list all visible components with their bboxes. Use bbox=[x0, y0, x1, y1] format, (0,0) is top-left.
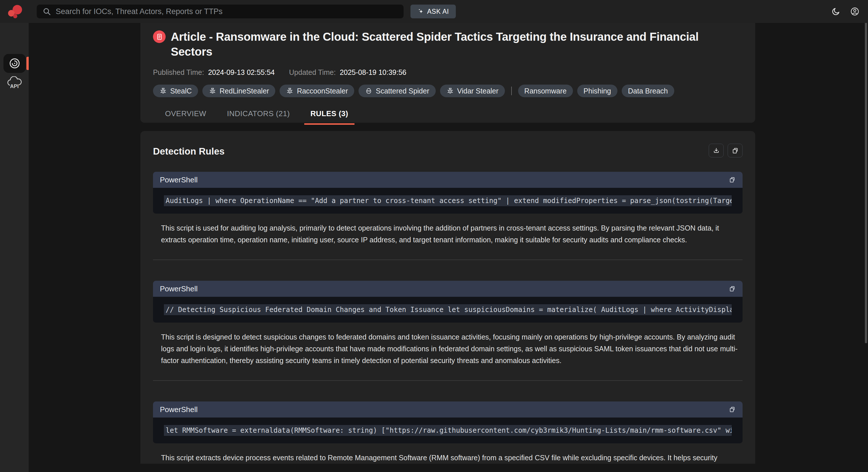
rule-language-label: PowerShell bbox=[160, 175, 198, 184]
rule-header: PowerShell bbox=[153, 172, 743, 188]
rule-description: This script extracts device process even… bbox=[161, 452, 741, 464]
sidebar-item-threat-intel[interactable] bbox=[3, 54, 26, 73]
tag-malware[interactable]: RaccoonStealer bbox=[280, 85, 354, 97]
copy-icon bbox=[729, 285, 736, 292]
rule-code-block[interactable]: // Detecting Suspicious Federated Domain… bbox=[153, 297, 743, 323]
download-icon bbox=[713, 147, 720, 154]
account-button[interactable] bbox=[849, 6, 860, 16]
tag-malware[interactable]: RedLineStealer bbox=[203, 85, 275, 97]
tag-label: Vidar Stealer bbox=[457, 87, 499, 95]
page-title: Article - Ransomware in the Cloud: Scatt… bbox=[171, 29, 743, 59]
sidebar-item-api[interactable]: API bbox=[6, 76, 23, 91]
rule-code-text: // Detecting Suspicious Federated Domain… bbox=[164, 304, 732, 315]
tag-label: Ransomware bbox=[524, 87, 567, 95]
copy-icon bbox=[732, 147, 739, 154]
tag-label: RedLineStealer bbox=[220, 87, 269, 95]
rule-card: PowerShell // Detecting Suspicious Feder… bbox=[153, 281, 743, 323]
tag-category[interactable]: Data Breach bbox=[622, 85, 674, 97]
rule-code-block[interactable]: AuditLogs | where OperationName == "Add … bbox=[153, 188, 743, 214]
ask-ai-label: ASK AI bbox=[427, 8, 449, 15]
rule-code-block[interactable]: let RMMSoftware = externaldata(RMMSoftwa… bbox=[153, 417, 743, 443]
copy-icon bbox=[729, 406, 736, 413]
user-avatar-icon bbox=[850, 7, 859, 16]
bug-icon bbox=[209, 87, 216, 95]
rule-description: This script is designed to detect suspic… bbox=[161, 331, 741, 367]
app-logo-icon[interactable] bbox=[7, 3, 24, 20]
search-icon bbox=[42, 7, 51, 16]
published-time-value: 2024-09-13 02:55:54 bbox=[208, 68, 275, 76]
bug-icon bbox=[159, 87, 167, 95]
copy-rule-button[interactable] bbox=[729, 176, 736, 183]
bug-icon bbox=[286, 87, 293, 95]
published-time-label: Published Time: bbox=[153, 68, 204, 76]
topbar: ASK AI bbox=[0, 0, 868, 23]
rule-code-text: AuditLogs | where OperationName == "Add … bbox=[164, 195, 732, 206]
page-scrollbar[interactable] bbox=[865, 18, 867, 343]
threat-actor-icon bbox=[365, 87, 373, 95]
rule-card: PowerShell AuditLogs | where OperationNa… bbox=[153, 172, 743, 214]
tag-label: StealC bbox=[170, 87, 192, 95]
download-rules-button[interactable] bbox=[709, 144, 724, 158]
updated-time-value: 2025-08-19 10:39:56 bbox=[340, 68, 406, 76]
tag-label: Data Breach bbox=[628, 87, 668, 95]
tags-divider bbox=[511, 87, 512, 95]
threat-intel-target-icon bbox=[9, 57, 21, 69]
main-content: Article - Ransomware in the Cloud: Scatt… bbox=[141, 23, 755, 464]
rule-card: PowerShell let RMMSoftware = externaldat… bbox=[153, 401, 743, 443]
tag-category[interactable]: Phishing bbox=[577, 85, 617, 97]
tab-rules[interactable]: RULES (3) bbox=[304, 106, 355, 125]
article-type-icon bbox=[153, 30, 166, 43]
copy-rule-button[interactable] bbox=[729, 285, 736, 292]
theme-toggle-button[interactable] bbox=[831, 6, 841, 16]
detection-rules-panel: Detection Rules PowerShell bbox=[141, 131, 755, 464]
search-input[interactable] bbox=[56, 7, 398, 16]
tab-indicators[interactable]: INDICATORS (21) bbox=[221, 106, 296, 125]
sidebar: API bbox=[0, 23, 29, 472]
rule-divider bbox=[153, 380, 743, 381]
bug-icon bbox=[446, 87, 454, 95]
tag-label: RaccoonStealer bbox=[297, 87, 348, 95]
tag-label: Scattered Spider bbox=[376, 87, 429, 95]
svg-text:API: API bbox=[10, 83, 19, 89]
tag-malware[interactable]: Vidar Stealer bbox=[440, 85, 505, 97]
tag-category[interactable]: Ransomware bbox=[518, 85, 573, 97]
moon-icon bbox=[831, 7, 840, 16]
updated-time-label: Updated Time: bbox=[289, 68, 336, 76]
copy-icon bbox=[729, 176, 736, 183]
copy-all-rules-button[interactable] bbox=[727, 144, 743, 158]
tag-threat-actor[interactable]: Scattered Spider bbox=[359, 85, 435, 97]
global-search[interactable] bbox=[37, 5, 404, 19]
api-cloud-icon: API bbox=[6, 76, 23, 90]
rule-language-label: PowerShell bbox=[160, 284, 198, 293]
ask-ai-button[interactable]: ASK AI bbox=[410, 5, 456, 19]
article-meta: Published Time: 2024-09-13 02:55:54 Upda… bbox=[153, 68, 743, 76]
active-nav-indicator bbox=[26, 57, 29, 70]
rule-divider bbox=[153, 260, 743, 260]
rule-language-label: PowerShell bbox=[160, 405, 198, 414]
rule-code-text: let RMMSoftware = externaldata(RMMSoftwa… bbox=[164, 425, 732, 436]
rule-header: PowerShell bbox=[153, 401, 743, 417]
rule-header: PowerShell bbox=[153, 281, 743, 297]
copy-rule-button[interactable] bbox=[729, 406, 736, 413]
tab-overview[interactable]: OVERVIEW bbox=[159, 106, 213, 125]
rule-description: This script is used for auditing log ana… bbox=[161, 222, 741, 246]
article-tabs: OVERVIEW INDICATORS (21) RULES (3) bbox=[159, 106, 743, 125]
article-header-panel: Article - Ransomware in the Cloud: Scatt… bbox=[141, 23, 755, 123]
tag-malware[interactable]: StealC bbox=[153, 85, 198, 97]
sparkle-icon bbox=[417, 8, 424, 15]
tags-row: StealC RedLineStealer RaccoonStealer bbox=[153, 85, 743, 97]
tag-label: Phishing bbox=[584, 87, 611, 95]
section-title: Detection Rules bbox=[153, 146, 224, 157]
